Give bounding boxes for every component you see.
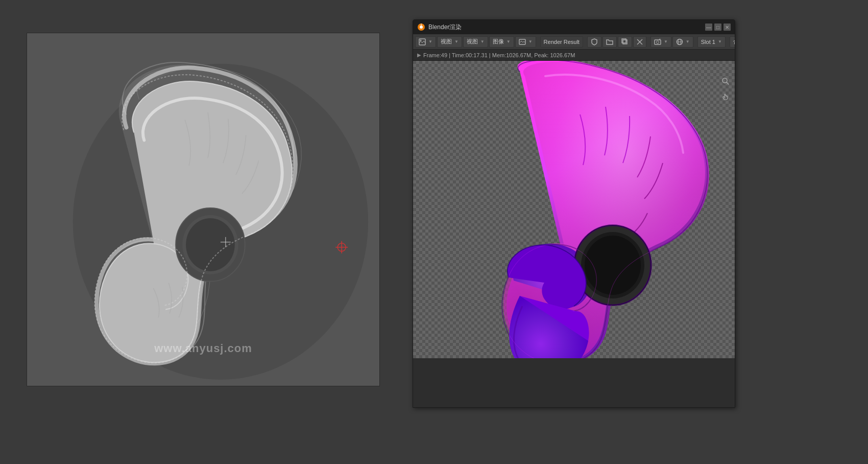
title-bar: Blender渲染 — □ ✕ xyxy=(413,20,735,34)
svg-rect-16 xyxy=(623,40,627,44)
compose-label: 合成 xyxy=(733,38,735,45)
dropdown-arrow-5: ▼ xyxy=(528,39,533,44)
camera-icon xyxy=(654,38,661,45)
image-label: 图像 xyxy=(493,38,504,45)
hand-icon xyxy=(721,92,730,101)
minimize-button[interactable]: — xyxy=(705,24,712,31)
toolbar-camera-btn[interactable]: ▼ xyxy=(650,36,671,48)
preview-icon xyxy=(519,38,526,45)
maximize-button[interactable]: □ xyxy=(714,24,721,31)
toolbar-render-result[interactable]: Render Result xyxy=(540,36,583,48)
render-viewport[interactable] xyxy=(413,61,735,358)
toolbar-shield-btn[interactable] xyxy=(587,36,601,48)
view1-label: 视图 xyxy=(441,38,452,45)
toolbar-close-img-btn[interactable] xyxy=(633,36,646,48)
right-side-icons xyxy=(720,76,731,102)
svg-rect-20 xyxy=(655,40,661,44)
dropdown-arrow-1: ▼ xyxy=(428,39,432,44)
blender-render-window: Blender渲染 — □ ✕ ▼ 视图 ▼ 视图 ▼ 图像 xyxy=(413,19,735,408)
3d-object-svg xyxy=(27,33,379,386)
dropdown-arrow-8: ▼ xyxy=(718,39,722,44)
copy-icon xyxy=(621,38,629,45)
toolbar-sphere-btn[interactable]: ▼ xyxy=(672,36,693,48)
search-icon xyxy=(721,77,730,85)
dropdown-arrow-7: ▼ xyxy=(686,39,690,44)
view2-label: 视图 xyxy=(467,38,478,45)
toolbar-slot-btn[interactable]: Slot 1 ▼ xyxy=(697,36,726,48)
left-3d-viewport[interactable]: www.anyusj.com xyxy=(27,33,380,386)
title-bar-controls: — □ ✕ xyxy=(705,24,731,31)
svg-point-4 xyxy=(186,218,235,271)
toolbar: ▼ 视图 ▼ 视图 ▼ 图像 ▼ ▼ Render Result xyxy=(413,34,735,50)
x-icon xyxy=(637,39,643,45)
window-title: Blender渲染 xyxy=(428,23,462,32)
hand-icon-btn[interactable] xyxy=(720,91,731,102)
info-arrow-icon: ▶ xyxy=(417,52,421,58)
toolbar-folder-btn[interactable] xyxy=(602,36,617,48)
sphere-icon xyxy=(676,38,683,45)
svg-point-14 xyxy=(420,39,422,41)
search-icon-btn[interactable] xyxy=(720,76,731,86)
image-square-icon xyxy=(419,38,426,45)
dropdown-arrow-3: ▼ xyxy=(480,39,485,44)
toolbar-compose-btn[interactable]: 合成 ▼ xyxy=(730,36,735,48)
blender-logo-icon xyxy=(417,23,425,31)
slot-label: Slot 1 xyxy=(701,39,715,45)
svg-line-30 xyxy=(727,82,729,84)
close-button[interactable]: ✕ xyxy=(724,24,731,31)
toolbar-preview-icon-btn[interactable]: ▼ xyxy=(515,36,536,48)
info-bar: ▶ Frame:49 | Time:00:17.31 | Mem:1026.67… xyxy=(413,50,735,61)
svg-rect-12 xyxy=(421,24,422,27)
shield-icon xyxy=(591,38,598,45)
dropdown-arrow-6: ▼ xyxy=(664,39,668,44)
folder-icon xyxy=(606,38,613,45)
toolbar-view2-btn[interactable]: 视图 ▼ xyxy=(463,36,488,48)
svg-point-21 xyxy=(656,41,659,43)
toolbar-image-icon-btn[interactable]: ▼ xyxy=(415,36,436,48)
info-text: Frame:49 | Time:00:17.31 | Mem:1026.67M,… xyxy=(423,52,575,58)
render-result-label: Render Result xyxy=(544,39,580,45)
dropdown-arrow-4: ▼ xyxy=(507,39,511,44)
toolbar-view1-btn[interactable]: 视图 ▼ xyxy=(437,36,462,48)
dropdown-arrow-2: ▼ xyxy=(454,39,459,44)
render-result-svg xyxy=(413,61,735,358)
toolbar-image-btn[interactable]: 图像 ▼ xyxy=(489,36,514,48)
svg-rect-17 xyxy=(622,39,626,43)
toolbar-copy-btn[interactable] xyxy=(618,36,632,48)
